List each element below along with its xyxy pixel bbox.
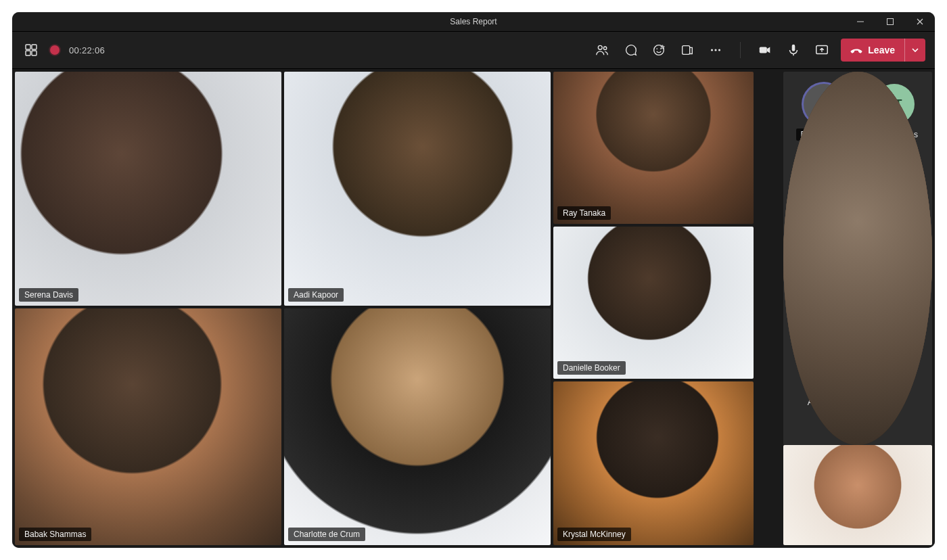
video-placeholder: [284, 72, 551, 306]
svg-point-6: [599, 45, 603, 49]
video-tile[interactable]: Ray Tanaka: [553, 72, 754, 224]
video-placeholder: [553, 227, 754, 379]
svg-rect-3: [32, 45, 37, 49]
reactions-icon[interactable]: [649, 41, 668, 60]
svg-rect-15: [760, 47, 767, 53]
leave-button-label: Leave: [868, 45, 895, 55]
self-view-tile[interactable]: [783, 445, 932, 545]
microphone-icon[interactable]: [784, 41, 803, 60]
more-options-icon[interactable]: [706, 41, 725, 60]
video-placeholder: [284, 308, 551, 545]
svg-rect-0: [857, 22, 864, 22]
video-tile[interactable]: Charlotte de Crum: [284, 308, 551, 545]
participant-name-chip: Ray Tanaka: [557, 206, 611, 220]
video-tile[interactable]: Aadi Kapoor: [284, 72, 551, 306]
app-window: Sales Report: [12, 12, 935, 548]
video-tile[interactable]: Krystal McKinney: [553, 381, 754, 545]
video-placeholder: [783, 445, 932, 545]
window-minimize-button[interactable]: [846, 12, 875, 31]
video-tile[interactable]: Serena Davis: [15, 72, 281, 306]
participant-name-chip: Serena Davis: [19, 288, 78, 302]
participant-name-chip: Babak Shammas: [19, 528, 91, 541]
participant-thumbnail[interactable]: Alvin Tao: [790, 352, 858, 409]
svg-point-8: [654, 45, 664, 55]
chevron-down-icon: [911, 46, 919, 54]
participants-icon[interactable]: [593, 41, 611, 60]
recording-indicator-icon: [50, 45, 60, 55]
svg-rect-11: [683, 46, 690, 55]
svg-point-7: [604, 47, 607, 49]
participants-panel: Bryan Wright ET Eva Terrazas Kayo Miwa B…: [783, 72, 932, 445]
svg-rect-16: [792, 45, 795, 51]
share-screen-icon[interactable]: [812, 41, 831, 60]
video-tile[interactable]: Babak Shammas: [15, 308, 281, 545]
participant-name-chip: Charlotte de Crum: [288, 528, 365, 541]
svg-rect-17: [793, 54, 794, 56]
chat-icon[interactable]: [621, 41, 640, 60]
hangup-icon: [850, 44, 862, 56]
layout-grid-icon[interactable]: [22, 41, 41, 60]
rooms-icon[interactable]: [678, 41, 697, 60]
svg-rect-4: [26, 51, 30, 55]
video-placeholder: [553, 381, 754, 545]
camera-icon[interactable]: [756, 41, 775, 60]
video-placeholder: [15, 308, 281, 545]
toolbar-divider: [740, 42, 741, 58]
window-controls: [846, 12, 935, 31]
svg-rect-1: [887, 19, 894, 25]
participant-name-chip: Danielle Booker: [557, 361, 626, 375]
video-placeholder: [553, 72, 754, 224]
participant-name-chip: Aadi Kapoor: [288, 288, 344, 302]
svg-rect-2: [26, 45, 30, 49]
leave-options-chevron[interactable]: [904, 39, 925, 62]
svg-point-12: [711, 49, 713, 51]
meeting-toolbar: 00:22:06: [12, 32, 935, 69]
avatar: [804, 352, 844, 392]
svg-rect-5: [32, 51, 37, 55]
video-placeholder: [15, 72, 281, 306]
window-close-button[interactable]: [905, 12, 935, 31]
call-timer: 00:22:06: [69, 45, 105, 55]
svg-point-14: [718, 49, 720, 51]
window-maximize-button[interactable]: [875, 12, 905, 31]
svg-point-13: [715, 49, 717, 51]
window-title: Sales Report: [450, 17, 496, 26]
meeting-body: Serena Davis Aadi Kapoor Ray Tanaka Dani…: [12, 69, 935, 548]
svg-point-9: [657, 48, 658, 49]
titlebar: Sales Report: [12, 12, 935, 32]
participant-name-chip: Krystal McKinney: [557, 528, 631, 541]
video-tile[interactable]: Danielle Booker: [553, 227, 754, 379]
leave-button[interactable]: Leave: [841, 39, 925, 62]
